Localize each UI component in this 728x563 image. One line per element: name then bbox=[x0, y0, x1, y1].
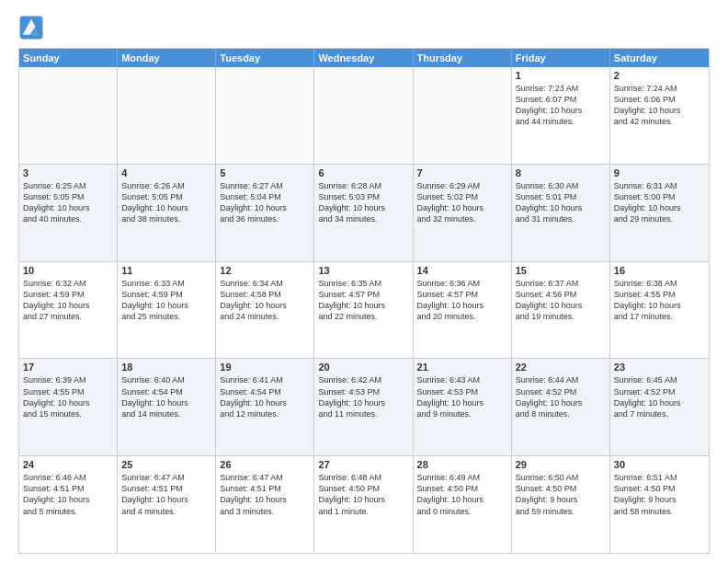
logo-icon bbox=[18, 15, 44, 40]
cell-info: Sunrise: 6:25 AM Sunset: 5:05 PM Dayligh… bbox=[23, 180, 113, 225]
calendar-cell-3-5: 22Sunrise: 6:44 AM Sunset: 4:52 PM Dayli… bbox=[512, 359, 610, 455]
cell-info: Sunrise: 6:41 AM Sunset: 4:54 PM Dayligh… bbox=[220, 374, 310, 419]
calendar-cell-2-3: 13Sunrise: 6:35 AM Sunset: 4:57 PM Dayli… bbox=[314, 262, 413, 359]
cell-info: Sunrise: 7:23 AM Sunset: 6:07 PM Dayligh… bbox=[516, 83, 606, 128]
calendar-cell-4-3: 27Sunrise: 6:48 AM Sunset: 4:50 PM Dayli… bbox=[314, 456, 413, 553]
day-number: 7 bbox=[417, 167, 507, 178]
cell-info: Sunrise: 6:33 AM Sunset: 4:59 PM Dayligh… bbox=[121, 278, 211, 323]
weekday-header-friday: Friday bbox=[512, 49, 610, 67]
calendar-header: SundayMondayTuesdayWednesdayThursdayFrid… bbox=[19, 49, 709, 67]
calendar: SundayMondayTuesdayWednesdayThursdayFrid… bbox=[18, 48, 710, 554]
cell-info: Sunrise: 6:43 AM Sunset: 4:53 PM Dayligh… bbox=[417, 374, 507, 419]
cell-info: Sunrise: 6:38 AM Sunset: 4:55 PM Dayligh… bbox=[614, 278, 705, 323]
calendar-row-1: 3Sunrise: 6:25 AM Sunset: 5:05 PM Daylig… bbox=[19, 164, 709, 261]
cell-info: Sunrise: 6:32 AM Sunset: 4:59 PM Dayligh… bbox=[23, 278, 113, 323]
day-number: 27 bbox=[318, 459, 408, 470]
cell-info: Sunrise: 6:45 AM Sunset: 4:52 PM Dayligh… bbox=[614, 374, 705, 419]
day-number: 29 bbox=[516, 459, 606, 470]
cell-info: Sunrise: 6:46 AM Sunset: 4:51 PM Dayligh… bbox=[23, 472, 113, 517]
cell-info: Sunrise: 6:36 AM Sunset: 4:57 PM Dayligh… bbox=[417, 278, 507, 323]
day-number: 26 bbox=[220, 459, 310, 470]
cell-info: Sunrise: 6:34 AM Sunset: 4:58 PM Dayligh… bbox=[220, 278, 310, 323]
cell-info: Sunrise: 6:42 AM Sunset: 4:53 PM Dayligh… bbox=[318, 374, 408, 419]
day-number: 24 bbox=[23, 459, 113, 470]
day-number: 1 bbox=[516, 70, 606, 81]
calendar-cell-1-2: 5Sunrise: 6:27 AM Sunset: 5:04 PM Daylig… bbox=[216, 165, 314, 261]
cell-info: Sunrise: 6:29 AM Sunset: 5:02 PM Dayligh… bbox=[417, 180, 507, 225]
cell-info: Sunrise: 6:50 AM Sunset: 4:50 PM Dayligh… bbox=[516, 472, 606, 517]
calendar-cell-2-6: 16Sunrise: 6:38 AM Sunset: 4:55 PM Dayli… bbox=[610, 262, 709, 359]
day-number: 11 bbox=[121, 265, 211, 276]
day-number: 23 bbox=[614, 362, 705, 373]
day-number: 25 bbox=[121, 459, 211, 470]
day-number: 21 bbox=[417, 362, 507, 373]
calendar-cell-2-5: 15Sunrise: 6:37 AM Sunset: 4:56 PM Dayli… bbox=[512, 262, 610, 359]
day-number: 20 bbox=[318, 362, 408, 373]
logo bbox=[18, 15, 48, 40]
calendar-cell-4-4: 28Sunrise: 6:49 AM Sunset: 4:50 PM Dayli… bbox=[414, 456, 512, 553]
day-number: 17 bbox=[23, 362, 113, 373]
calendar-cell-1-5: 8Sunrise: 6:30 AM Sunset: 5:01 PM Daylig… bbox=[512, 165, 610, 261]
weekday-header-monday: Monday bbox=[118, 49, 216, 67]
day-number: 16 bbox=[614, 265, 705, 276]
calendar-cell-3-3: 20Sunrise: 6:42 AM Sunset: 4:53 PM Dayli… bbox=[314, 359, 413, 455]
day-number: 18 bbox=[121, 362, 211, 373]
day-number: 12 bbox=[220, 265, 310, 276]
calendar-cell-4-2: 26Sunrise: 6:47 AM Sunset: 4:51 PM Dayli… bbox=[216, 456, 314, 553]
day-number: 14 bbox=[417, 265, 507, 276]
day-number: 2 bbox=[614, 70, 705, 81]
day-number: 19 bbox=[220, 362, 310, 373]
calendar-cell-1-1: 4Sunrise: 6:26 AM Sunset: 5:05 PM Daylig… bbox=[118, 165, 216, 261]
cell-info: Sunrise: 6:47 AM Sunset: 4:51 PM Dayligh… bbox=[121, 472, 211, 517]
weekday-header-tuesday: Tuesday bbox=[216, 49, 314, 67]
cell-info: Sunrise: 6:47 AM Sunset: 4:51 PM Dayligh… bbox=[220, 472, 310, 517]
cell-info: Sunrise: 6:28 AM Sunset: 5:03 PM Dayligh… bbox=[318, 180, 408, 225]
calendar-body: 1Sunrise: 7:23 AM Sunset: 6:07 PM Daylig… bbox=[19, 67, 709, 553]
calendar-row-3: 17Sunrise: 6:39 AM Sunset: 4:55 PM Dayli… bbox=[19, 358, 709, 455]
calendar-cell-2-4: 14Sunrise: 6:36 AM Sunset: 4:57 PM Dayli… bbox=[414, 262, 512, 359]
calendar-cell-3-2: 19Sunrise: 6:41 AM Sunset: 4:54 PM Dayli… bbox=[216, 359, 314, 455]
weekday-header-sunday: Sunday bbox=[19, 49, 118, 67]
cell-info: Sunrise: 6:27 AM Sunset: 5:04 PM Dayligh… bbox=[220, 180, 310, 225]
calendar-cell-2-0: 10Sunrise: 6:32 AM Sunset: 4:59 PM Dayli… bbox=[19, 262, 118, 359]
calendar-cell-4-6: 30Sunrise: 6:51 AM Sunset: 4:50 PM Dayli… bbox=[610, 456, 709, 553]
day-number: 6 bbox=[318, 167, 408, 178]
calendar-cell-2-1: 11Sunrise: 6:33 AM Sunset: 4:59 PM Dayli… bbox=[118, 262, 216, 359]
cell-info: Sunrise: 6:26 AM Sunset: 5:05 PM Dayligh… bbox=[121, 180, 211, 225]
day-number: 10 bbox=[23, 265, 113, 276]
calendar-row-4: 24Sunrise: 6:46 AM Sunset: 4:51 PM Dayli… bbox=[19, 455, 709, 553]
day-number: 13 bbox=[318, 265, 408, 276]
calendar-cell-1-4: 7Sunrise: 6:29 AM Sunset: 5:02 PM Daylig… bbox=[414, 165, 512, 261]
header bbox=[18, 15, 710, 40]
calendar-row-2: 10Sunrise: 6:32 AM Sunset: 4:59 PM Dayli… bbox=[19, 261, 709, 359]
cell-info: Sunrise: 6:39 AM Sunset: 4:55 PM Dayligh… bbox=[23, 374, 113, 419]
calendar-cell-1-6: 9Sunrise: 6:31 AM Sunset: 5:00 PM Daylig… bbox=[610, 165, 709, 261]
calendar-cell-3-6: 23Sunrise: 6:45 AM Sunset: 4:52 PM Dayli… bbox=[610, 359, 709, 455]
day-number: 9 bbox=[614, 167, 705, 178]
calendar-cell-0-2 bbox=[216, 67, 314, 164]
calendar-cell-3-0: 17Sunrise: 6:39 AM Sunset: 4:55 PM Dayli… bbox=[19, 359, 118, 455]
cell-info: Sunrise: 6:37 AM Sunset: 4:56 PM Dayligh… bbox=[516, 278, 606, 323]
calendar-cell-1-3: 6Sunrise: 6:28 AM Sunset: 5:03 PM Daylig… bbox=[314, 165, 413, 261]
page: SundayMondayTuesdayWednesdayThursdayFrid… bbox=[0, 0, 728, 563]
calendar-cell-1-0: 3Sunrise: 6:25 AM Sunset: 5:05 PM Daylig… bbox=[19, 165, 118, 261]
calendar-cell-4-1: 25Sunrise: 6:47 AM Sunset: 4:51 PM Dayli… bbox=[118, 456, 216, 553]
day-number: 15 bbox=[516, 265, 606, 276]
cell-info: Sunrise: 6:30 AM Sunset: 5:01 PM Dayligh… bbox=[516, 180, 606, 225]
cell-info: Sunrise: 6:40 AM Sunset: 4:54 PM Dayligh… bbox=[121, 374, 211, 419]
day-number: 22 bbox=[516, 362, 606, 373]
calendar-cell-0-1 bbox=[118, 67, 216, 164]
day-number: 3 bbox=[23, 167, 113, 178]
calendar-cell-3-1: 18Sunrise: 6:40 AM Sunset: 4:54 PM Dayli… bbox=[118, 359, 216, 455]
calendar-cell-0-3 bbox=[314, 67, 413, 164]
day-number: 30 bbox=[614, 459, 705, 470]
calendar-cell-0-0 bbox=[19, 67, 118, 164]
weekday-header-saturday: Saturday bbox=[610, 49, 709, 67]
day-number: 28 bbox=[417, 459, 507, 470]
cell-info: Sunrise: 6:31 AM Sunset: 5:00 PM Dayligh… bbox=[614, 180, 705, 225]
cell-info: Sunrise: 6:48 AM Sunset: 4:50 PM Dayligh… bbox=[318, 472, 408, 517]
weekday-header-wednesday: Wednesday bbox=[314, 49, 413, 67]
calendar-cell-0-5: 1Sunrise: 7:23 AM Sunset: 6:07 PM Daylig… bbox=[512, 67, 610, 164]
calendar-cell-3-4: 21Sunrise: 6:43 AM Sunset: 4:53 PM Dayli… bbox=[414, 359, 512, 455]
weekday-header-thursday: Thursday bbox=[414, 49, 512, 67]
